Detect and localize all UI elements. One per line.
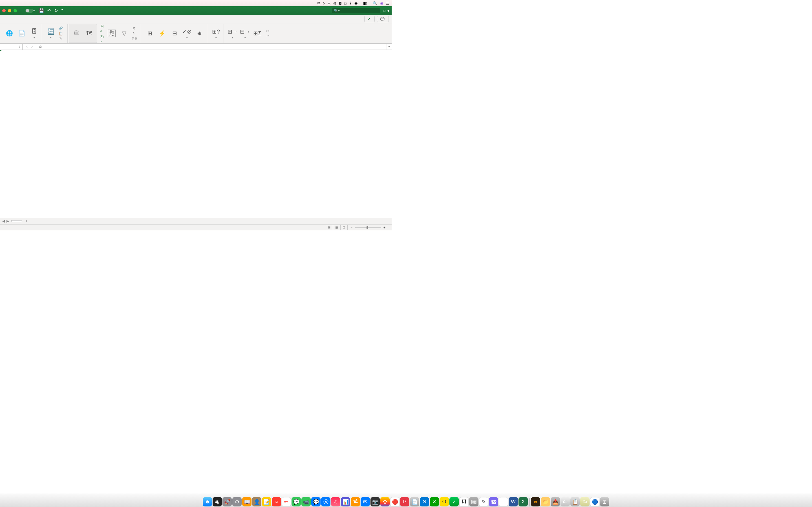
- status-app-icon[interactable]: ▪: [339, 2, 342, 5]
- comment-icon: 💬: [380, 17, 385, 21]
- spreadsheet-grid[interactable]: [0, 50, 392, 218]
- notification-center-icon[interactable]: ☰: [386, 1, 389, 5]
- group-outline: ⊞→ ⊟→ ⊞Σ +≡ −≡: [225, 24, 274, 43]
- group-get-data: 🌐 📄 🗄: [2, 24, 42, 43]
- status-icon-2[interactable]: △: [327, 1, 331, 5]
- fx-label[interactable]: fx: [37, 44, 44, 50]
- siri-icon[interactable]: ◉: [380, 1, 383, 5]
- what-if-icon: ⊞?: [212, 28, 220, 35]
- cancel-formula-icon[interactable]: ✕: [26, 45, 29, 49]
- geography-button[interactable]: 🗺: [84, 29, 94, 38]
- expand-formula-bar-icon[interactable]: ▾: [387, 44, 392, 50]
- selection-rectangle: [0, 50, 1, 51]
- share-icon: ↗: [367, 17, 370, 21]
- battery-icon[interactable]: ▮▯: [363, 1, 367, 5]
- name-box[interactable]: ▲▼: [0, 44, 22, 50]
- remove-duplicates-button[interactable]: ⊟: [169, 29, 180, 38]
- subtotal-button[interactable]: ⊞Σ: [252, 29, 263, 38]
- database-icon: 🗄: [30, 28, 38, 35]
- sheet-nav-next[interactable]: ▶: [6, 219, 9, 223]
- undo-icon[interactable]: ↶: [47, 8, 51, 13]
- view-normal-button[interactable]: ⊞: [326, 225, 333, 230]
- edit-links-button[interactable]: ✎: [58, 36, 65, 41]
- wifi-icon[interactable]: ◉: [354, 1, 357, 5]
- stocks-icon: 🏛: [73, 30, 81, 37]
- sheet-tab-bar: ◀ ▶ +: [0, 218, 392, 224]
- advanced-icon: ▽⚙: [132, 37, 136, 41]
- show-detail-icon: +≡: [265, 29, 269, 33]
- advanced-filter-button[interactable]: ▽⚙: [131, 36, 139, 41]
- status-icon-1[interactable]: ◊: [323, 1, 324, 5]
- maximize-window-button[interactable]: [13, 9, 17, 12]
- text-to-columns-button[interactable]: ⊞: [144, 29, 155, 38]
- from-text-button[interactable]: 📄: [16, 29, 27, 38]
- reapply-button[interactable]: ↻: [131, 31, 139, 36]
- flash-fill-button[interactable]: ⚡: [157, 29, 167, 38]
- clear-icon: ▽̸: [132, 26, 136, 31]
- comments-button[interactable]: 💬: [377, 16, 389, 22]
- zoom-out-button[interactable]: −: [350, 226, 352, 230]
- filter-button[interactable]: ▽: [119, 29, 130, 38]
- add-sheet-button[interactable]: +: [22, 218, 30, 224]
- group-icon: ⊞→: [229, 28, 237, 35]
- ribbon-content: 🌐 📄 🗄 🔄 🔗 📋 ✎ 🏛 🗺 A↓Z Z↓A Z|AA|Z ▽ ▽̸ ↻ …: [0, 23, 392, 44]
- feedback-button[interactable]: ☺ ▾: [382, 8, 389, 13]
- sort-button[interactable]: Z|AA|Z: [106, 29, 117, 38]
- minimize-window-button[interactable]: [8, 9, 11, 12]
- connections-icon: 🔗: [58, 26, 63, 31]
- redo-icon[interactable]: ↻: [54, 8, 58, 13]
- group-data-types: 🏛 🗺: [69, 24, 97, 43]
- group-data-tools: ⊞ ⚡ ⊟ ✓⊘ ⊕: [142, 24, 207, 43]
- stocks-button[interactable]: 🏛: [71, 29, 82, 38]
- sort-desc-button[interactable]: Z↓A: [100, 35, 105, 43]
- properties-button[interactable]: 📋: [58, 31, 65, 36]
- ungroup-button[interactable]: ⊟→: [240, 27, 250, 40]
- qat-customize-icon[interactable]: ▾: [61, 8, 63, 13]
- zoom-in-button[interactable]: +: [384, 226, 386, 230]
- group-sort-filter: A↓Z Z↓A Z|AA|Z ▽ ▽̸ ↻ ▽⚙: [98, 24, 141, 43]
- formula-input[interactable]: [44, 44, 387, 50]
- share-button[interactable]: ↗: [364, 16, 375, 22]
- connections-button[interactable]: 🔗: [58, 26, 65, 31]
- dropbox-icon[interactable]: ⧉: [317, 1, 320, 5]
- window-titlebar: ⌂ 💾 ↶ ↻ ▾ 🔍▾ ☺ ▾: [0, 6, 392, 15]
- consolidate-button[interactable]: ⊕: [194, 29, 205, 38]
- group-button[interactable]: ⊞→: [227, 27, 238, 40]
- what-if-button[interactable]: ⊞?: [211, 27, 221, 40]
- from-html-button[interactable]: 🌐: [4, 29, 15, 38]
- autosave-toggle[interactable]: [24, 9, 29, 13]
- subtotal-icon: ⊞Σ: [253, 30, 261, 37]
- clear-filter-button[interactable]: ▽̸: [131, 26, 139, 31]
- spotlight-icon[interactable]: 🔍: [373, 1, 377, 5]
- sheet-nav-prev[interactable]: ◀: [2, 219, 5, 223]
- search-sheet-input[interactable]: 🔍▾: [332, 8, 380, 13]
- group-connections: 🔄 🔗 📋 ✎: [43, 24, 68, 43]
- filter-icon: ▽: [120, 30, 128, 37]
- zoom-slider[interactable]: [355, 227, 380, 228]
- text-to-columns-icon: ⊞: [146, 30, 154, 37]
- save-icon[interactable]: 💾: [39, 8, 44, 13]
- hide-detail-icon: −≡: [265, 34, 269, 38]
- consolidate-icon: ⊕: [195, 30, 203, 37]
- accept-formula-icon[interactable]: ✓: [31, 45, 34, 49]
- bluetooth-icon[interactable]: ᚼ: [349, 1, 352, 5]
- fill-handle[interactable]: [0, 50, 1, 51]
- show-detail-button[interactable]: +≡: [264, 29, 272, 33]
- view-page-layout-button[interactable]: ▦: [333, 225, 340, 230]
- html-icon: 🌐: [5, 30, 13, 37]
- window-controls: [2, 9, 17, 12]
- formula-bar-row: ▲▼ ✕ ✓ fx ▾: [0, 44, 392, 50]
- refresh-all-button[interactable]: 🔄: [45, 27, 56, 40]
- close-window-button[interactable]: [2, 9, 6, 12]
- text-file-icon: 📄: [18, 30, 26, 37]
- sort-icon: Z|AA|Z: [108, 30, 116, 37]
- airplay-icon[interactable]: ⏍: [344, 1, 347, 5]
- view-page-break-button[interactable]: ⊡: [340, 225, 348, 230]
- sheet-tab-got[interactable]: [11, 220, 22, 222]
- hide-detail-button[interactable]: −≡: [264, 34, 272, 38]
- data-validation-button[interactable]: ✓⊘: [182, 27, 192, 40]
- macos-menubar: ⧉ ◊ △ ◎ ▪ ⏍ ᚼ ◉ ▮▯ 🔍 ◉ ☰: [0, 0, 392, 6]
- sort-asc-button[interactable]: A↓Z: [100, 24, 105, 33]
- new-db-query-button[interactable]: 🗄: [29, 27, 40, 40]
- creative-cloud-icon[interactable]: ◎: [333, 1, 336, 5]
